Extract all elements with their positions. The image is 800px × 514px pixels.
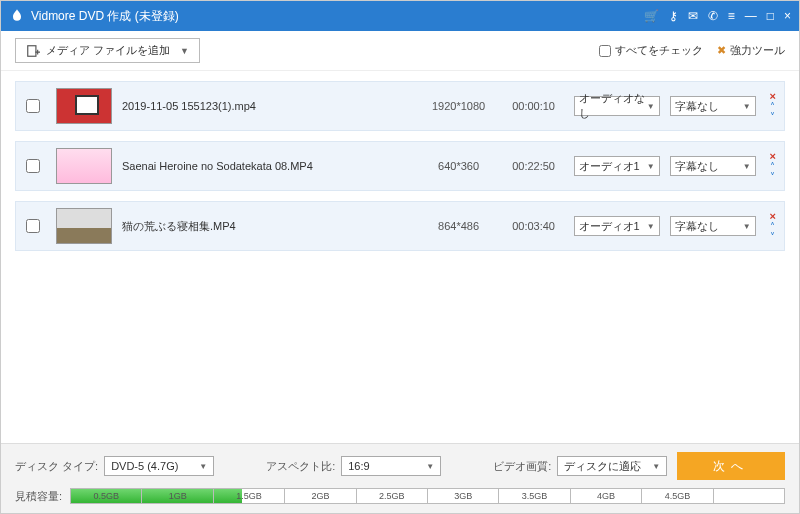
delete-icon[interactable]: × — [770, 212, 776, 221]
capacity-gauge: 0.5GB1GB1.5GB2GB2.5GB3GB3.5GB4GB4.5GB — [70, 488, 785, 504]
row-actions: ×˄˅ — [770, 212, 776, 241]
chevron-down-icon: ▼ — [199, 462, 207, 471]
bottom-panel: ディスク タイプ: DVD-5 (4.7G)▼ アスペクト比: 16:9▼ ビデ… — [1, 443, 799, 513]
gauge-tick: 2.5GB — [357, 489, 428, 503]
aspect-ratio-select[interactable]: 16:9▼ — [341, 456, 441, 476]
video-quality-label: ビデオ画質: — [493, 459, 551, 474]
move-up-icon[interactable]: ˄ — [770, 162, 775, 171]
move-down-icon[interactable]: ˅ — [770, 232, 775, 241]
row-checkbox[interactable] — [26, 219, 40, 233]
delete-icon[interactable]: × — [770, 152, 776, 161]
audio-select[interactable]: オーディオなし▼ — [574, 96, 660, 116]
add-media-label: メディア ファイルを追加 — [46, 43, 170, 58]
duration: 00:22:50 — [504, 160, 564, 172]
add-file-icon — [26, 44, 40, 58]
gauge-tick: 3.5GB — [499, 489, 570, 503]
check-all-label: すべてをチェック — [615, 43, 703, 58]
row-checkbox[interactable] — [26, 99, 40, 113]
gauge-tick: 4GB — [571, 489, 642, 503]
thumbnail[interactable] — [56, 88, 112, 124]
gauge-tick: 2GB — [285, 489, 356, 503]
titlebar-actions: 🛒 ⚷ ✉ ✆ ≡ — □ × — [644, 9, 791, 23]
capacity-label: 見積容量: — [15, 489, 62, 504]
subtitle-select[interactable]: 字幕なし▼ — [670, 156, 756, 176]
svg-rect-0 — [28, 45, 36, 56]
add-media-button[interactable]: メディア ファイルを追加 ▼ — [15, 38, 200, 63]
tools-label: 強力ツール — [730, 43, 785, 58]
key-icon[interactable]: ⚷ — [669, 9, 678, 23]
bottom-row-settings: ディスク タイプ: DVD-5 (4.7G)▼ アスペクト比: 16:9▼ ビデ… — [15, 452, 785, 480]
chevron-down-icon: ▼ — [652, 462, 660, 471]
close-icon[interactable]: × — [784, 9, 791, 23]
capacity-ticks: 0.5GB1GB1.5GB2GB2.5GB3GB3.5GB4GB4.5GB — [71, 489, 784, 503]
resolution: 864*486 — [424, 220, 494, 232]
row-actions: ×˄˅ — [770, 152, 776, 181]
check-all-checkbox[interactable] — [599, 45, 611, 57]
move-down-icon[interactable]: ˅ — [770, 112, 775, 121]
row-actions: ×˄˅ — [770, 92, 776, 121]
gauge-tick: 3GB — [428, 489, 499, 503]
file-row: 2019-11-05 155123(1).mp41920*108000:00:1… — [15, 81, 785, 131]
gauge-tick: 1GB — [142, 489, 213, 503]
check-all[interactable]: すべてをチェック — [599, 43, 703, 58]
chevron-down-icon: ▼ — [743, 162, 751, 171]
resolution: 1920*1080 — [424, 100, 494, 112]
window-title: Vidmore DVD 作成 (未登録) — [31, 8, 644, 25]
app-logo-icon — [9, 8, 25, 24]
gauge-tick: 0.5GB — [71, 489, 142, 503]
file-row: 猫の荒ぶる寝相集.MP4864*48600:03:40オーディオ1▼字幕なし▼×… — [15, 201, 785, 251]
move-up-icon[interactable]: ˄ — [770, 102, 775, 111]
chevron-down-icon: ▼ — [180, 46, 189, 56]
subtitle-select[interactable]: 字幕なし▼ — [670, 216, 756, 236]
duration: 00:03:40 — [504, 220, 564, 232]
titlebar: Vidmore DVD 作成 (未登録) 🛒 ⚷ ✉ ✆ ≡ — □ × — [1, 1, 799, 31]
chevron-down-icon: ▼ — [647, 162, 655, 171]
file-name: 猫の荒ぶる寝相集.MP4 — [122, 219, 414, 234]
subtitle-select[interactable]: 字幕なし▼ — [670, 96, 756, 116]
video-quality-select[interactable]: ディスクに適応▼ — [557, 456, 667, 476]
mail-icon[interactable]: ✉ — [688, 9, 698, 23]
file-name: 2019-11-05 155123(1).mp4 — [122, 100, 414, 112]
gauge-tick: 4.5GB — [642, 489, 713, 503]
next-button[interactable]: 次へ — [677, 452, 785, 480]
maximize-icon[interactable]: □ — [767, 9, 774, 23]
aspect-ratio-label: アスペクト比: — [266, 459, 335, 474]
move-up-icon[interactable]: ˄ — [770, 222, 775, 231]
tools-icon: ✖ — [717, 44, 726, 57]
minimize-icon[interactable]: — — [745, 9, 757, 23]
chevron-down-icon: ▼ — [743, 102, 751, 111]
gauge-tick: 1.5GB — [214, 489, 285, 503]
resolution: 640*360 — [424, 160, 494, 172]
bottom-row-capacity: 見積容量: 0.5GB1GB1.5GB2GB2.5GB3GB3.5GB4GB4.… — [15, 488, 785, 504]
chevron-down-icon: ▼ — [743, 222, 751, 231]
file-name: Saenai Heroine no Sodatekata 08.MP4 — [122, 160, 414, 172]
disc-type-label: ディスク タイプ: — [15, 459, 98, 474]
file-row: Saenai Heroine no Sodatekata 08.MP4640*3… — [15, 141, 785, 191]
toolbar: メディア ファイルを追加 ▼ すべてをチェック ✖ 強力ツール — [1, 31, 799, 71]
file-list: 2019-11-05 155123(1).mp41920*108000:00:1… — [1, 71, 799, 251]
phone-icon[interactable]: ✆ — [708, 9, 718, 23]
chevron-down-icon: ▼ — [426, 462, 434, 471]
chevron-down-icon: ▼ — [647, 102, 655, 111]
row-checkbox[interactable] — [26, 159, 40, 173]
thumbnail[interactable] — [56, 148, 112, 184]
delete-icon[interactable]: × — [770, 92, 776, 101]
disc-type-select[interactable]: DVD-5 (4.7G)▼ — [104, 456, 214, 476]
duration: 00:00:10 — [504, 100, 564, 112]
move-down-icon[interactable]: ˅ — [770, 172, 775, 181]
gauge-tick — [714, 489, 784, 503]
chevron-down-icon: ▼ — [647, 222, 655, 231]
menu-icon[interactable]: ≡ — [728, 9, 735, 23]
cart-icon[interactable]: 🛒 — [644, 9, 659, 23]
thumbnail[interactable] — [56, 208, 112, 244]
powerful-tools-link[interactable]: ✖ 強力ツール — [717, 43, 785, 58]
audio-select[interactable]: オーディオ1▼ — [574, 216, 660, 236]
audio-select[interactable]: オーディオ1▼ — [574, 156, 660, 176]
